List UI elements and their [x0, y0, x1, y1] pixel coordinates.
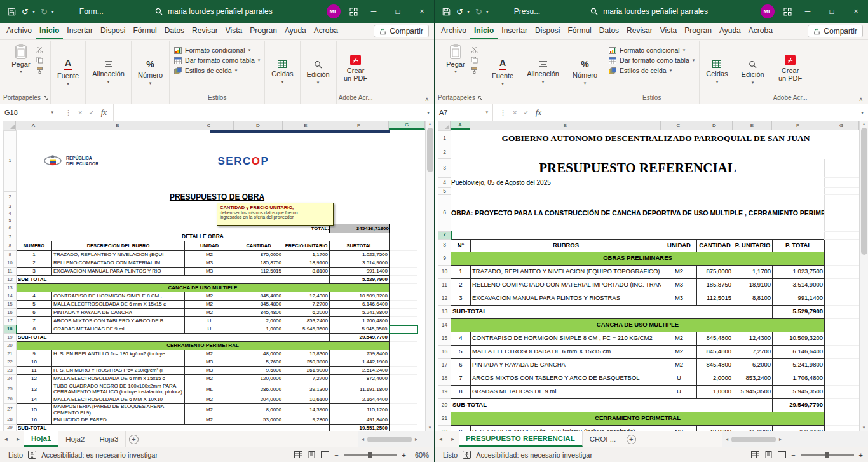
- col-header-g[interactable]: G: [389, 121, 425, 130]
- row-number[interactable]: 17: [4, 317, 17, 325]
- cell-cantidad[interactable]: 1,0000: [234, 325, 283, 334]
- cell-empty[interactable]: [825, 278, 860, 292]
- header-numero[interactable]: N°: [451, 239, 471, 252]
- cell-numero[interactable]: 4: [17, 292, 52, 301]
- numero-button[interactable]: % Número ▾: [133, 55, 167, 90]
- search-box[interactable]: maria lourdes peñafiel parrales: [104, 7, 324, 16]
- zoom-slider-thumb[interactable]: [825, 452, 829, 458]
- row-number[interactable]: 21: [4, 350, 17, 358]
- cell-numero[interactable]: 6: [451, 358, 471, 372]
- row-number[interactable]: 10: [438, 265, 451, 278]
- cell-empty[interactable]: [390, 424, 418, 431]
- dialog-launcher-icon[interactable]: [43, 95, 48, 100]
- cell-subtotal[interactable]: 115,1200: [330, 404, 390, 416]
- subtotal-label[interactable]: SUB-TOTAL: [17, 424, 330, 431]
- cell-numero[interactable]: 3: [17, 268, 52, 276]
- cell-subtotal[interactable]: 6.146,6400: [330, 301, 390, 309]
- zoom-in-button[interactable]: +: [402, 451, 406, 459]
- cell-cantidad[interactable]: 8,0000: [234, 404, 283, 416]
- cell-cantidad[interactable]: 845,4800: [697, 358, 733, 372]
- row-number[interactable]: 28: [4, 416, 17, 424]
- dialog-launcher-icon[interactable]: [478, 95, 483, 100]
- scroll-up-icon[interactable]: ▴: [429, 121, 431, 126]
- cell-subtotal[interactable]: 11.191,1800: [330, 383, 390, 395]
- conditional-formatting-button[interactable]: Formato condicional ▾: [609, 46, 695, 54]
- cell-precio[interactable]: 9,2800: [283, 416, 330, 424]
- cell-numero[interactable]: 8: [451, 385, 471, 398]
- numero-button[interactable]: % Número ▾: [568, 55, 602, 90]
- subtotal-value[interactable]: 5.529,7900: [330, 276, 390, 284]
- ribbon-tab-frmul[interactable]: Fórmul: [564, 23, 595, 39]
- vertical-scrollbar[interactable]: ▴ ▾: [425, 121, 434, 431]
- hscroll-thumb[interactable]: [367, 437, 412, 442]
- row-number[interactable]: 18: [4, 325, 17, 334]
- row-number[interactable]: 18: [438, 372, 451, 385]
- cell-subtotal[interactable]: 5.945,3500: [773, 385, 825, 398]
- cell-cantidad[interactable]: 2,0000: [697, 372, 733, 385]
- cell-precio[interactable]: 6,2000: [733, 358, 773, 372]
- avatar[interactable]: ML: [761, 4, 775, 18]
- cell-subtotal[interactable]: 872,4000: [330, 375, 390, 383]
- cell-descripcion[interactable]: ARCOS MIXTOS CON TABLERO Y ARCO DE BASQU…: [471, 372, 661, 385]
- cell-empty[interactable]: [390, 367, 418, 375]
- save-icon[interactable]: [8, 8, 16, 16]
- cell-subtotal[interactable]: 10.509,3200: [773, 332, 825, 345]
- ribbon-tab-datos[interactable]: Datos: [161, 23, 188, 39]
- scrollbar-thumb[interactable]: [861, 128, 867, 255]
- ribbon-tab-progran[interactable]: Progran: [681, 23, 715, 39]
- header-descripcion[interactable]: DESCRIPCION DEL RUBRO: [52, 241, 185, 251]
- cell-descripcion[interactable]: EXCAVACION MANUAL PARA PLINTOS Y RIOSTRA…: [471, 292, 661, 305]
- cell-unidad[interactable]: M2: [185, 395, 234, 404]
- cell-empty[interactable]: [825, 188, 860, 195]
- cell-precio[interactable]: 853,2400: [283, 317, 330, 325]
- row-number[interactable]: 26: [4, 395, 17, 404]
- col-header-a[interactable]: A: [16, 121, 51, 130]
- cell-unidad[interactable]: M2: [185, 416, 234, 424]
- cell-subtotal[interactable]: 1.023,7500: [773, 265, 825, 278]
- col-header-c[interactable]: C: [661, 121, 696, 130]
- create-pdf-button[interactable]: Crear un PDF: [774, 53, 807, 84]
- cell-empty[interactable]: [825, 252, 860, 265]
- row-number[interactable]: 19: [438, 385, 451, 398]
- accessibility-status[interactable]: Accesibilidad: es necesario investigar: [41, 451, 158, 459]
- next-sheet-icon[interactable]: ▸: [447, 431, 459, 447]
- empty-cells[interactable]: [451, 231, 825, 239]
- page-layout-view-icon[interactable]: [308, 451, 316, 458]
- format-painter-icon[interactable]: [36, 67, 43, 74]
- cell-cantidad[interactable]: 875,0000: [234, 251, 283, 259]
- cell-unidad[interactable]: M2: [661, 332, 697, 345]
- undo-dropdown-icon[interactable]: ▾: [32, 9, 35, 15]
- cell-unidad[interactable]: M2: [185, 292, 234, 301]
- header-rubros[interactable]: RUBROS: [471, 239, 661, 252]
- row-number[interactable]: 16: [4, 309, 17, 317]
- cell-precio[interactable]: 14,3900: [283, 404, 330, 416]
- row-number[interactable]: 20: [438, 398, 451, 412]
- zoom-in-button[interactable]: +: [859, 451, 863, 459]
- cell-numero[interactable]: 9: [17, 350, 52, 358]
- total-value[interactable]: 345436,71600: [330, 224, 390, 233]
- ribbon-tab-archivo[interactable]: Archivo: [437, 23, 470, 39]
- celdas-button[interactable]: Celdas ▾: [267, 56, 297, 89]
- collapse-ribbon-icon[interactable]: ∧: [424, 96, 429, 102]
- cell-empty[interactable]: [390, 395, 418, 404]
- cell-descripcion[interactable]: [52, 358, 185, 367]
- cell-empty[interactable]: [825, 318, 860, 332]
- cell-empty[interactable]: [825, 332, 860, 345]
- cell-cantidad[interactable]: 112,5015: [697, 292, 733, 305]
- row-number[interactable]: 12: [438, 292, 451, 305]
- cell-numero[interactable]: 4: [451, 332, 471, 345]
- row-number[interactable]: 2: [4, 192, 17, 203]
- cell-empty[interactable]: [390, 251, 418, 259]
- header-numero[interactable]: NUMERO: [17, 241, 52, 251]
- cell-precio[interactable]: 12,4300: [283, 292, 330, 301]
- cell-unidad[interactable]: U: [661, 372, 697, 385]
- share-button[interactable]: Compartir: [374, 25, 429, 37]
- row-number[interactable]: 4: [4, 210, 17, 217]
- cell-subtotal[interactable]: 2.514,2400: [330, 367, 390, 375]
- cell-empty[interactable]: [390, 334, 418, 342]
- cell-subtotal[interactable]: 1.706,4800: [773, 372, 825, 385]
- cell-empty[interactable]: [390, 233, 418, 241]
- sheet-tab[interactable]: Hoja3: [92, 431, 126, 447]
- cell-cantidad[interactable]: 53,0000: [234, 416, 283, 424]
- normal-view-icon[interactable]: [751, 451, 759, 458]
